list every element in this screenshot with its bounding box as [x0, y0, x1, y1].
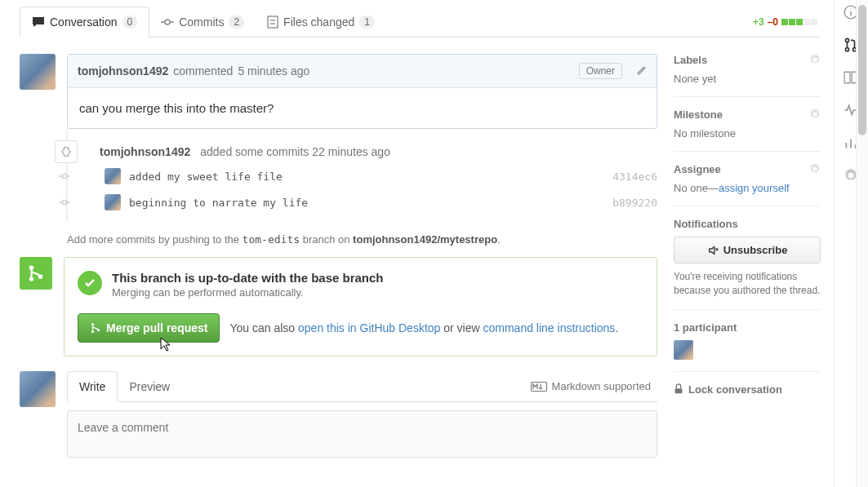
- svg-point-24: [845, 48, 848, 51]
- commits-header: tomjohnson1492 added some commits 22 min…: [67, 140, 657, 163]
- assignee-section: Assignee No one—assign yourself: [674, 163, 821, 206]
- comment-body: can you merge this into the master?: [68, 88, 657, 128]
- markdown-supported[interactable]: Markdown supported: [531, 380, 657, 392]
- svg-rect-3: [268, 16, 278, 28]
- mute-icon: [707, 245, 719, 256]
- section-title: Labels: [674, 54, 821, 66]
- comment-box: tomjohnson1492 commented 5 minutes ago O…: [67, 54, 657, 129]
- commit-dot-icon: [59, 172, 70, 180]
- svg-point-6: [62, 174, 66, 178]
- merge-pull-request-button[interactable]: Merge pull request: [78, 313, 220, 343]
- additions-count: +3: [753, 16, 764, 28]
- avatar[interactable]: [20, 54, 56, 90]
- merge-title: This branch is up-to-date with the base …: [112, 271, 384, 285]
- merge-icon: [90, 322, 101, 334]
- commit-row: added my sweet life file4314ec6: [67, 163, 657, 189]
- gear-icon[interactable]: [809, 163, 821, 175]
- owner-badge: Owner: [579, 63, 622, 79]
- tab-label: Commits: [179, 15, 224, 29]
- milestone-value: No milestone: [674, 127, 821, 139]
- lock-section: Lock conversation: [674, 383, 821, 407]
- comment-header: tomjohnson1492 commented 5 minutes ago O…: [68, 55, 657, 88]
- avatar[interactable]: [105, 194, 121, 210]
- comment-author[interactable]: tomjohnson1492: [78, 64, 168, 77]
- push-hint: Add more commits by pushing to the tom-e…: [67, 233, 657, 246]
- pr-tabs: Conversation 0 Commits 2 Files changed 1…: [20, 7, 821, 38]
- notifications-section: Notifications Unsubscribe You're receivi…: [674, 218, 821, 310]
- commit-icon: [161, 15, 174, 29]
- lock-conversation-link[interactable]: Lock conversation: [674, 383, 821, 396]
- section-title: Milestone: [674, 108, 821, 121]
- gear-icon[interactable]: [809, 108, 821, 120]
- tab-preview[interactable]: Preview: [118, 372, 181, 401]
- commit-row: beginning to narrate my lifeb899220: [67, 189, 657, 215]
- scrollbar[interactable]: [856, 0, 868, 487]
- tab-conversation[interactable]: Conversation 0: [20, 7, 149, 38]
- new-comment: Write Preview Markdown supported: [20, 371, 657, 460]
- tab-commits[interactable]: Commits 2: [149, 7, 256, 37]
- comment-item: tomjohnson1492 commented 5 minutes ago O…: [20, 54, 657, 129]
- svg-point-16: [91, 330, 94, 333]
- merge-hint: You can also open this in GitHub Desktop…: [229, 321, 618, 334]
- svg-point-12: [29, 265, 34, 270]
- svg-point-13: [29, 277, 34, 281]
- notifications-note: You're receiving notifications because y…: [674, 270, 821, 298]
- write-tabs: Write Preview Markdown supported: [67, 371, 657, 402]
- merge-icon: [20, 257, 52, 290]
- diff-stats: +3 –0: [753, 16, 821, 28]
- svg-point-0: [165, 20, 170, 24]
- commit-message[interactable]: added my sweet life file: [129, 170, 283, 183]
- comment-time: 5 minutes ago: [238, 64, 309, 77]
- tab-count: 1: [359, 15, 375, 29]
- tab-count: 2: [229, 15, 244, 29]
- commit-message[interactable]: beginning to narrate my life: [129, 197, 308, 209]
- section-title: Assignee: [674, 163, 821, 175]
- tab-label: Files changed: [283, 15, 354, 29]
- scroll-thumb[interactable]: [858, 5, 866, 135]
- check-icon: [78, 271, 102, 295]
- merge-subtitle: Merging can be performed automatically.: [112, 286, 384, 299]
- comment-icon: [32, 15, 45, 29]
- diff-bar: [781, 19, 817, 25]
- commits-user[interactable]: tomjohnson1492: [100, 145, 190, 158]
- repo-push-icon: [55, 140, 78, 163]
- lock-icon: [674, 383, 683, 395]
- svg-point-23: [845, 38, 848, 42]
- commit-dot-icon: [59, 198, 70, 206]
- svg-point-15: [91, 323, 94, 325]
- avatar[interactable]: [105, 168, 121, 184]
- participants-section: 1 participant: [674, 321, 821, 372]
- merge-box: This branch is up-to-date with the base …: [64, 257, 657, 356]
- edit-icon[interactable]: [635, 65, 647, 77]
- commits-block: tomjohnson1492 added some commits 22 min…: [67, 129, 657, 222]
- commit-sha[interactable]: 4314ec6: [612, 170, 657, 183]
- participant-avatar[interactable]: [674, 340, 693, 360]
- markdown-icon: [531, 381, 547, 392]
- section-title: 1 participant: [674, 321, 821, 334]
- labels-section: Labels None yet: [674, 54, 821, 97]
- cli-instructions-link[interactable]: command line instructions: [483, 321, 615, 334]
- avatar[interactable]: [20, 371, 56, 407]
- file-diff-icon: [267, 15, 278, 29]
- merge-section: This branch is up-to-date with the base …: [20, 257, 657, 356]
- milestone-section: Milestone No milestone: [674, 108, 821, 152]
- comment-input[interactable]: [67, 410, 657, 458]
- tab-files[interactable]: Files changed 1: [256, 7, 386, 37]
- comment-action: commented: [173, 64, 233, 77]
- tab-write[interactable]: Write: [67, 371, 118, 402]
- commit-sha[interactable]: b899220: [612, 197, 657, 209]
- tab-count: 0: [122, 15, 138, 29]
- tab-label: Conversation: [50, 15, 118, 29]
- gear-icon[interactable]: [809, 54, 821, 65]
- deletions-count: –0: [768, 16, 778, 28]
- assignee-value: No one—assign yourself: [674, 182, 821, 194]
- assign-yourself-link[interactable]: assign yourself: [719, 182, 790, 194]
- svg-point-9: [62, 200, 66, 204]
- section-title: Notifications: [674, 218, 821, 230]
- svg-rect-19: [675, 388, 683, 393]
- open-desktop-link[interactable]: open this in GitHub Desktop: [298, 321, 440, 334]
- labels-value: None yet: [674, 73, 821, 85]
- sidebar: Labels None yet Milestone No milestone A…: [674, 54, 821, 460]
- unsubscribe-button[interactable]: Unsubscribe: [674, 237, 821, 263]
